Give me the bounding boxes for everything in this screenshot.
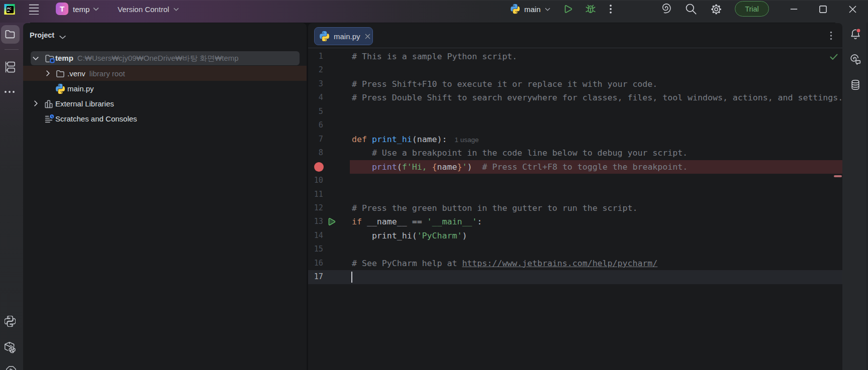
- project-tool-button[interactable]: [1, 25, 20, 44]
- debug-button[interactable]: [585, 0, 596, 18]
- line-number-11[interactable]: 11: [308, 188, 323, 201]
- code-token: [352, 162, 372, 172]
- run-configuration-widget[interactable]: main: [511, 0, 551, 18]
- line-number-1[interactable]: 1: [308, 50, 323, 63]
- structure-tool-button[interactable]: [3, 60, 17, 73]
- code-line-3[interactable]: # Press Shift+F10 to execute it or repla…: [352, 77, 657, 91]
- code-line-9[interactable]: print(f'Hi, {name}') # Press Ctrl+F8 to …: [352, 160, 688, 174]
- gear-glyph: [711, 4, 722, 15]
- hamburger-menu-icon[interactable]: [28, 0, 39, 18]
- code-token: 'PyCharm': [417, 231, 462, 240]
- logo-monogram: PC: [7, 6, 12, 10]
- code-line-13[interactable]: if __name__ == '__main__':: [352, 215, 482, 228]
- line-number-7[interactable]: 7: [308, 133, 323, 146]
- services-icon: [6, 365, 17, 370]
- line-number-17[interactable]: 17: [308, 270, 323, 284]
- line-number-16[interactable]: 16: [308, 257, 323, 270]
- library-icon: [45, 99, 53, 108]
- line-number-8[interactable]: 8: [308, 146, 323, 160]
- project-widget[interactable]: T temp: [56, 0, 100, 18]
- code-line-4[interactable]: # Press Double Shift to search everywher…: [352, 91, 842, 104]
- python-packages-tool-button[interactable]: [2, 341, 17, 353]
- notification-badge: [857, 29, 860, 33]
- maximize-button[interactable]: [816, 0, 830, 18]
- more-tool-windows-icon[interactable]: [1, 87, 19, 97]
- line-number-4[interactable]: 4: [308, 91, 323, 104]
- editor[interactable]: 1# This is a sample Python script.23# Pr…: [308, 49, 842, 370]
- line-number-15[interactable]: 15: [308, 242, 323, 256]
- project-panel-title[interactable]: Project: [30, 31, 54, 39]
- search-icon[interactable]: [685, 0, 697, 18]
- settings-gear-icon[interactable]: [711, 0, 722, 18]
- usages-inlay-hint[interactable]: 1 usage: [455, 136, 479, 144]
- run-button[interactable]: [563, 0, 573, 18]
- run-config-name: main: [524, 5, 541, 14]
- code-token: # Use a breakpoint in the code line belo…: [372, 148, 688, 158]
- code-token: {: [432, 162, 437, 172]
- tree-item-main-py[interactable]: main.py: [23, 81, 307, 96]
- services-tool-button[interactable]: [5, 365, 17, 370]
- line-number-6[interactable]: 6: [308, 118, 323, 132]
- text-caret: [351, 272, 352, 283]
- play-icon: [564, 5, 572, 14]
- notifications-button[interactable]: [849, 28, 861, 40]
- code-line-12[interactable]: # Press the green button in the gutter t…: [352, 201, 637, 215]
- chevron-right-icon[interactable]: [44, 69, 52, 77]
- ai-assistant-chat-icon: [849, 54, 861, 66]
- python-packages-icon: [4, 341, 16, 353]
- code-token: '__main__': [427, 217, 477, 226]
- chevron-down-icon: [544, 7, 551, 12]
- toolbar-divider: [5, 49, 19, 50]
- code-line-1[interactable]: # This is a sample Python script.: [352, 50, 517, 63]
- code-token: # Press Shift+F10 to execute it or repla…: [352, 79, 657, 89]
- tree-item-external-libraries[interactable]: External Libraries: [23, 96, 307, 111]
- chevron-down-icon: [173, 7, 179, 12]
- tree-item-scratches-and-consoles[interactable]: Scratches and Consoles: [23, 111, 307, 126]
- line-number-3[interactable]: 3: [308, 77, 323, 91]
- code-line-7[interactable]: def print_hi(name):1 usage: [352, 133, 479, 146]
- code-token: [367, 135, 372, 144]
- code-line-16[interactable]: # See PyCharm help at https://www.jetbra…: [352, 257, 657, 270]
- close-icon: [849, 6, 856, 13]
- code-token: # Press Double Shift to search everywher…: [352, 93, 842, 102]
- code-token: (: [397, 162, 402, 172]
- ai-assistant-icon[interactable]: [660, 0, 671, 16]
- chevron-right-icon[interactable]: [32, 99, 40, 107]
- line-number-12[interactable]: 12: [308, 201, 323, 215]
- line-number-2[interactable]: 2: [308, 63, 323, 77]
- code-token: print_hi: [372, 135, 412, 144]
- tab-close-icon[interactable]: [365, 34, 370, 39]
- ai-assistant-tool-button[interactable]: [849, 54, 861, 66]
- bell-icon: [849, 28, 861, 40]
- project-panel-header[interactable]: Project: [23, 23, 307, 50]
- code-token: :: [477, 217, 482, 226]
- code-line-14[interactable]: print_hi('PyCharm'): [352, 229, 467, 242]
- code-token: def: [352, 135, 367, 144]
- tree-item-temp[interactable]: tempC:₩Users₩cjy09₩OneDrive₩바탕 화면₩temp: [23, 51, 307, 66]
- inspections-ok-icon[interactable]: [829, 53, 838, 61]
- python-console-tool-button[interactable]: [3, 315, 17, 327]
- breakpoint-dot[interactable]: [314, 162, 324, 172]
- line-number-5[interactable]: 5: [308, 105, 323, 118]
- chevron-down-icon[interactable]: [32, 54, 40, 62]
- main-menu[interactable]: Version Control: [118, 0, 179, 18]
- line-number-10[interactable]: 10: [308, 174, 323, 187]
- trial-badge[interactable]: Trial: [735, 1, 769, 17]
- tree-item-hint: library root: [85, 69, 125, 78]
- tree-item--venv[interactable]: .venvlibrary root: [23, 66, 307, 81]
- line-number-13[interactable]: 13: [308, 215, 323, 228]
- title-bar: PC T temp Version Control main: [0, 0, 868, 23]
- editor-tab-main-py[interactable]: main.py: [314, 27, 373, 45]
- run-gutter-icon[interactable]: [328, 217, 336, 226]
- close-button[interactable]: [845, 0, 859, 18]
- code-line-8[interactable]: # Use a breakpoint in the code line belo…: [352, 146, 688, 160]
- code-token: ': [462, 162, 467, 172]
- line-number-14[interactable]: 14: [308, 229, 323, 242]
- error-stripe-mark[interactable]: [834, 175, 842, 177]
- minimize-button[interactable]: [787, 0, 801, 18]
- code-token: # Press Ctrl+F8 to toggle the breakpoint…: [482, 162, 688, 172]
- kebab-menu-icon[interactable]: [606, 0, 616, 18]
- python-icon: [320, 31, 329, 42]
- database-tool-button[interactable]: [850, 79, 861, 90]
- editor-options-kebab-icon[interactable]: [826, 31, 836, 41]
